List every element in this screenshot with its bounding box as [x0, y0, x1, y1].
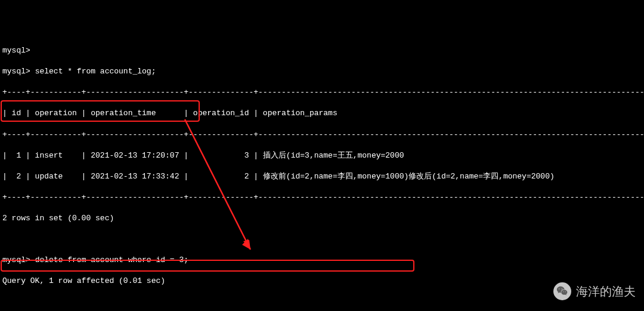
wechat-icon	[553, 282, 571, 300]
watermark-text: 海洋的渔夫	[576, 284, 636, 300]
mysql-prompt: mysql>	[2, 255, 30, 264]
watermark: 海洋的渔夫	[553, 282, 636, 300]
result-summary: 2 rows in set (0.00 sec)	[2, 213, 644, 224]
blank-line	[2, 234, 644, 245]
table-border: +----+-----------+---------------------+…	[2, 192, 644, 203]
result-summary: Query OK, 1 row affected (0.01 sec)	[2, 276, 644, 287]
mysql-prompt: mysql>	[2, 46, 30, 55]
terminal-line: mysql>	[2, 45, 644, 56]
terminal-line: mysql> delete from account where id = 3;	[2, 255, 644, 266]
sql-command: select * from account_log;	[35, 67, 156, 76]
table-header: | id | operation | operation_time | oper…	[2, 108, 644, 119]
table-row: | 2 | update | 2021-02-13 17:33:42 | 2 |…	[2, 171, 644, 182]
table-row: | 1 | insert | 2021-02-13 17:20:07 | 3 |…	[2, 150, 644, 161]
table-border: +----+-----------+---------------------+…	[2, 130, 644, 140]
blank-line	[2, 297, 644, 307]
terminal-line: mysql> select * from account_log;	[2, 66, 644, 77]
mysql-prompt: mysql>	[2, 67, 30, 76]
table-border: +----+-----------+---------------------+…	[2, 87, 644, 98]
sql-command: delete from account where id = 3;	[35, 255, 188, 264]
